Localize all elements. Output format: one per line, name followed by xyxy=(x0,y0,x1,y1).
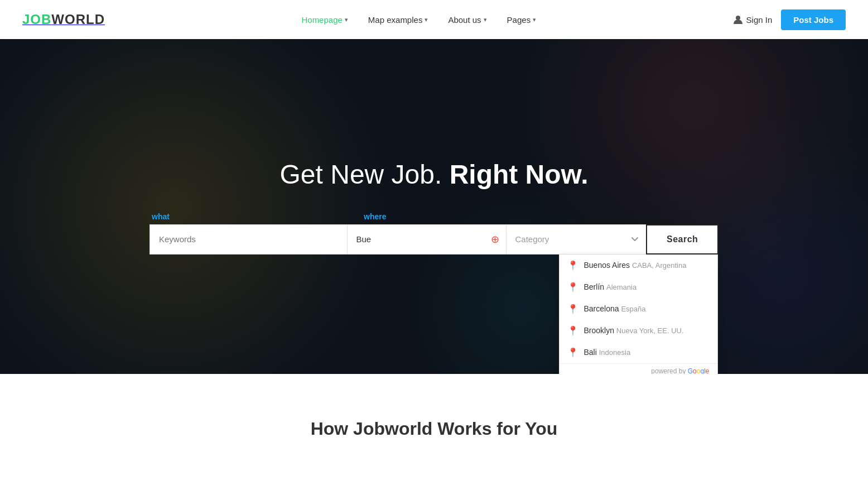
nav-map-examples[interactable]: Map examples ▾ xyxy=(360,11,436,29)
pin-icon: 📍 xyxy=(567,260,578,271)
search-container: what where ⊕ 📍 Buenos Aires CABA, Arge xyxy=(150,212,718,254)
how-title: How Jobworld Works for You xyxy=(22,419,846,439)
svg-point-0 xyxy=(736,16,740,20)
city-region: Nueva York, EE. UU. xyxy=(616,326,684,335)
what-label: what xyxy=(152,212,364,224)
nav-right: Sign In Post Jobs xyxy=(733,9,846,30)
where-label: where xyxy=(364,212,523,224)
pin-icon: 📍 xyxy=(567,347,578,358)
powered-by: powered by Google xyxy=(560,363,717,374)
autocomplete-dropdown: 📍 Buenos Aires CABA, Argentina 📍 Berlín … xyxy=(559,254,718,374)
search-row: ⊕ 📍 Buenos Aires CABA, Argentina 📍 xyxy=(150,224,718,254)
city-region: CABA, Argentina xyxy=(632,261,687,270)
chevron-down-icon: ▾ xyxy=(425,16,428,23)
city-region: Alemania xyxy=(606,283,636,291)
logo-world: WORLD xyxy=(51,12,105,27)
city-name: Barcelona xyxy=(584,304,619,313)
autocomplete-item-brooklyn[interactable]: 📍 Brooklyn Nueva York, EE. UU. xyxy=(560,320,717,342)
city-region: Indonesia xyxy=(599,348,630,357)
chevron-down-icon: ▾ xyxy=(533,16,536,23)
autocomplete-item-bali[interactable]: 📍 Bali Indonesia xyxy=(560,342,717,363)
logo[interactable]: JOBWORLD xyxy=(22,12,105,27)
city-name: Buenos Aires xyxy=(584,261,630,270)
person-icon xyxy=(733,15,743,25)
city-name: Berlín xyxy=(584,282,605,291)
nav-pages[interactable]: Pages ▾ xyxy=(499,11,544,29)
autocomplete-item-buenos-aires[interactable]: 📍 Buenos Aires CABA, Argentina xyxy=(560,254,717,276)
nav-links: Homepage ▾ Map examples ▾ About us ▾ Pag… xyxy=(293,11,544,29)
city-name: Bali xyxy=(584,348,597,357)
hero-content: Get New Job. Right Now. what where ⊕ 📍 xyxy=(127,159,741,254)
chevron-down-icon: ▾ xyxy=(484,16,487,23)
logo-job: JOB xyxy=(22,12,51,27)
search-button[interactable]: Search xyxy=(646,224,718,254)
hero-title: Get New Job. Right Now. xyxy=(150,159,718,190)
location-wrapper: ⊕ 📍 Buenos Aires CABA, Argentina 📍 xyxy=(347,224,506,254)
category-select[interactable]: Category xyxy=(506,224,647,254)
city-region: España xyxy=(621,305,645,313)
pin-icon: 📍 xyxy=(567,282,578,292)
sign-in-button[interactable]: Sign In xyxy=(733,15,773,25)
autocomplete-item-barcelona[interactable]: 📍 Barcelona España xyxy=(560,298,717,320)
city-name: Brooklyn xyxy=(584,326,614,335)
pin-icon: 📍 xyxy=(567,304,578,314)
navbar: JOBWORLD Homepage ▾ Map examples ▾ About… xyxy=(0,0,868,39)
nav-homepage[interactable]: Homepage ▾ xyxy=(293,11,355,29)
autocomplete-item-berlin[interactable]: 📍 Berlín Alemania xyxy=(560,276,717,298)
post-jobs-button[interactable]: Post Jobs xyxy=(781,9,846,30)
hero-section: Get New Job. Right Now. what where ⊕ 📍 xyxy=(0,39,868,374)
nav-about-us[interactable]: About us ▾ xyxy=(440,11,494,29)
search-labels: what where xyxy=(150,212,718,224)
chevron-down-icon: ▾ xyxy=(345,16,348,23)
keywords-input[interactable] xyxy=(150,224,347,254)
how-section: How Jobworld Works for You xyxy=(0,374,868,484)
pin-icon: 📍 xyxy=(567,325,578,336)
location-input[interactable] xyxy=(347,224,506,254)
